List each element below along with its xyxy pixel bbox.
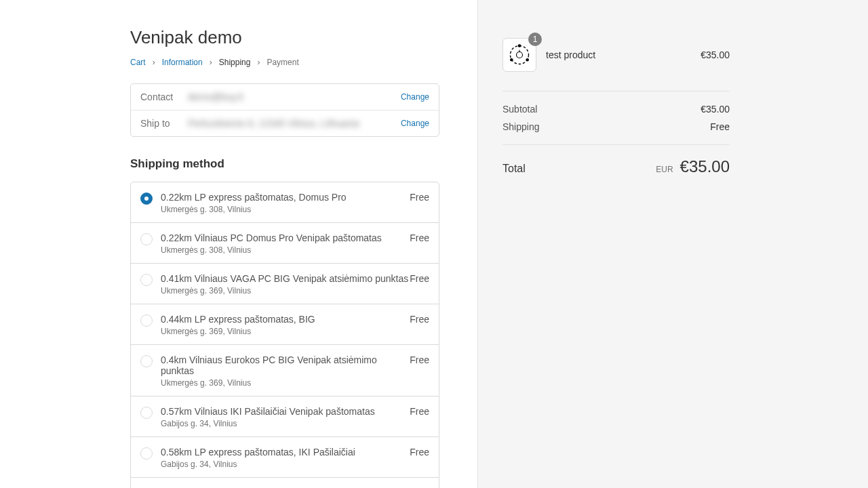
subtotal-label: Subtotal: [502, 104, 537, 115]
shipping-option-address: Gabijos g. 34, Vilnius: [161, 460, 410, 469]
shipping-option-address: Ukmergės g. 308, Vilnius: [161, 205, 410, 214]
shipping-option[interactable]: 0.22km Vilniaus PC Domus Pro Venipak paš…: [131, 222, 439, 263]
change-contact-link[interactable]: Change: [401, 92, 429, 102]
shipping-cost-row: Shipping Free: [502, 121, 730, 132]
shipping-method-heading: Shipping method: [130, 157, 439, 171]
shipping-option-address: Ukmergės g. 308, Vilnius: [161, 245, 410, 255]
total-label: Total: [502, 163, 526, 175]
contact-ship-info-box: Contact demo@buy.lt Change Ship to Perku…: [130, 83, 439, 137]
radio-button[interactable]: [140, 447, 153, 460]
breadcrumb-information[interactable]: Information: [162, 58, 203, 67]
product-price: €35.00: [701, 49, 730, 60]
shipping-option-price: Free: [410, 192, 429, 203]
currency-code: EUR: [656, 165, 673, 174]
breadcrumb: Cart›Information›Shipping›Payment: [130, 58, 439, 67]
shipping-option-price: Free: [410, 354, 429, 365]
shipping-option[interactable]: 0.44km LP express paštomatas, BIGUkmergė…: [131, 304, 439, 344]
quantity-badge: 1: [528, 33, 542, 46]
shipping-option-text: 0.22km Vilniaus PC Domus Pro Venipak paš…: [161, 232, 410, 255]
shipping-option-price: Free: [410, 273, 429, 284]
shipping-option-address: Ukmergės g. 369, Vilnius: [161, 378, 410, 388]
contact-label: Contact: [140, 92, 188, 102]
product-name: test product: [546, 49, 701, 60]
shipping-option-title: 0.44km LP express paštomatas, BIG: [161, 314, 410, 325]
shipping-option-price: Free: [410, 406, 429, 417]
breadcrumb-payment: Payment: [267, 58, 298, 67]
order-summary: Subtotal €35.00 Shipping Free: [502, 91, 730, 144]
shipping-option[interactable]: 0.57km Vilniaus IKI Pašilaičiai Venipak …: [131, 396, 439, 436]
total-amount: €35.00: [680, 157, 730, 176]
shipping-cost-label: Shipping: [502, 121, 540, 132]
shipping-option-text: 0.22km LP express paštomatas, Domus ProU…: [161, 192, 410, 214]
shipping-option-title: 0.41km Vilniaus VAGA PC BIG Venipak atsi…: [161, 273, 410, 284]
shipping-option-text: 0.58km LP express paštomatas, IKI Pašila…: [161, 447, 410, 469]
page-title: Venipak demo: [130, 27, 439, 48]
subtotal-row: Subtotal €35.00: [502, 104, 730, 115]
svg-point-0: [511, 46, 529, 64]
shipping-cost-value: Free: [710, 121, 730, 132]
shipping-option[interactable]: 0.63km LP express paštomatas, LIDLS. Nėr…: [131, 477, 439, 488]
radio-button[interactable]: [140, 274, 153, 286]
shipping-option-title: 0.58km LP express paštomatas, IKI Pašila…: [161, 447, 410, 458]
shipping-option-address: Gabijos g. 34, Vilnius: [161, 419, 410, 428]
shipto-value: Perkunkiemio 6, 12345 Vilnius, Lithuania: [188, 118, 401, 129]
shipping-option[interactable]: 0.4km Vilniaus Eurokos PC BIG Venipak at…: [131, 344, 439, 396]
product-icon: [507, 43, 532, 67]
cart-item-row: 1 test product €35.00: [502, 38, 730, 72]
shipto-row: Ship to Perkunkiemio 6, 12345 Vilnius, L…: [131, 110, 439, 136]
radio-button[interactable]: [140, 355, 153, 367]
shipping-option-price: Free: [410, 314, 429, 325]
change-shipto-link[interactable]: Change: [401, 119, 429, 128]
shipping-option[interactable]: 0.22km LP express paštomatas, Domus ProU…: [131, 182, 439, 222]
total-row: Total EUR €35.00: [502, 144, 730, 176]
svg-point-4: [517, 52, 523, 58]
shipping-option[interactable]: 0.58km LP express paštomatas, IKI Pašila…: [131, 436, 439, 477]
shipping-option-title: 0.4km Vilniaus Eurokos PC BIG Venipak at…: [161, 354, 410, 376]
shipping-option-address: Ukmergės g. 369, Vilnius: [161, 286, 410, 296]
chevron-right-icon: ›: [257, 58, 260, 67]
svg-point-3: [526, 58, 529, 62]
radio-button[interactable]: [140, 314, 153, 327]
contact-row: Contact demo@buy.lt Change: [131, 84, 439, 110]
shipping-method-list: 0.22km LP express paštomatas, Domus ProU…: [130, 182, 439, 488]
shipping-option-text: 0.44km LP express paštomatas, BIGUkmergė…: [161, 314, 410, 336]
radio-button[interactable]: [140, 407, 153, 419]
chevron-right-icon: ›: [210, 58, 212, 67]
breadcrumb-shipping: Shipping: [219, 58, 251, 67]
radio-button[interactable]: [140, 192, 153, 205]
shipping-option-address: Ukmergės g. 369, Vilnius: [161, 327, 410, 336]
shipping-option[interactable]: 0.41km Vilniaus VAGA PC BIG Venipak atsi…: [131, 263, 439, 304]
svg-point-2: [510, 58, 513, 62]
contact-value: demo@buy.lt: [188, 92, 401, 102]
shipping-option-text: 0.41km Vilniaus VAGA PC BIG Venipak atsi…: [161, 273, 410, 296]
shipping-option-title: 0.22km LP express paštomatas, Domus Pro: [161, 192, 410, 203]
subtotal-value: €35.00: [701, 104, 730, 115]
product-thumbnail-wrap: 1: [502, 38, 536, 72]
shipping-option-title: 0.22km Vilniaus PC Domus Pro Venipak paš…: [161, 232, 410, 243]
shipto-label: Ship to: [140, 118, 188, 129]
breadcrumb-cart[interactable]: Cart: [130, 58, 146, 67]
shipping-option-text: 0.4km Vilniaus Eurokos PC BIG Venipak at…: [161, 354, 410, 388]
svg-point-1: [518, 44, 521, 47]
shipping-option-price: Free: [410, 447, 429, 458]
chevron-right-icon: ›: [153, 58, 155, 67]
shipping-option-title: 0.57km Vilniaus IKI Pašilaičiai Venipak …: [161, 406, 410, 417]
radio-button[interactable]: [140, 233, 153, 245]
shipping-option-price: Free: [410, 232, 429, 243]
shipping-option-text: 0.57km Vilniaus IKI Pašilaičiai Venipak …: [161, 406, 410, 428]
